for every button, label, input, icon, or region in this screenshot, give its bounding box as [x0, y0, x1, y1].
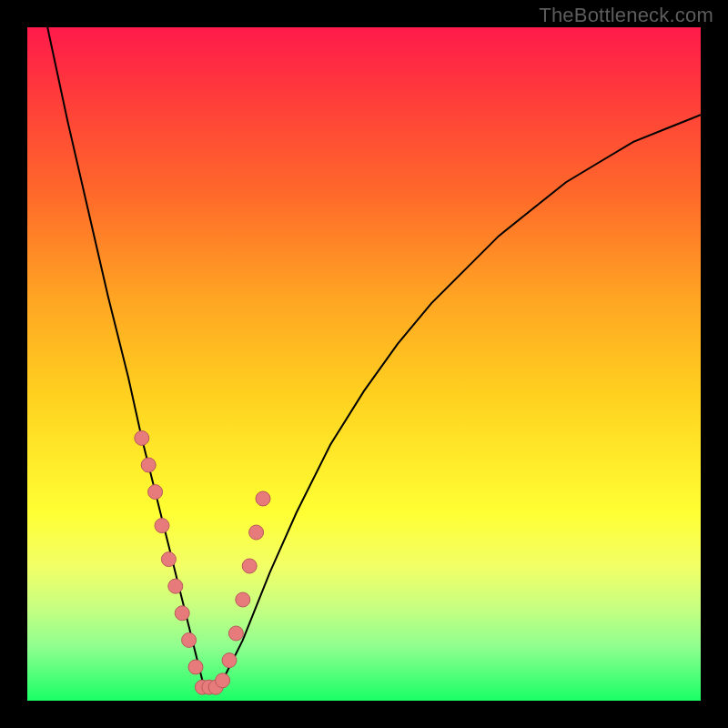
data-marker — [161, 552, 176, 567]
data-marker — [141, 458, 156, 472]
data-marker — [182, 632, 197, 647]
data-markers — [135, 430, 270, 694]
data-marker — [188, 660, 203, 674]
chart-container: TheBottleneck.com — [0, 0, 728, 728]
data-marker — [236, 592, 250, 607]
plot-area — [27, 27, 701, 701]
bottleneck-curve-path — [47, 27, 701, 687]
watermark-text: TheBottleneck.com — [539, 4, 713, 27]
data-marker — [175, 606, 189, 621]
data-marker — [168, 579, 183, 593]
data-marker — [148, 485, 163, 500]
data-marker — [135, 430, 149, 445]
data-marker — [249, 525, 264, 540]
data-marker — [228, 626, 243, 641]
v-curve — [47, 27, 701, 687]
data-marker — [242, 559, 257, 573]
chart-svg — [27, 27, 701, 701]
data-marker — [216, 673, 230, 688]
data-marker — [256, 491, 270, 506]
data-marker — [155, 519, 169, 533]
data-marker — [222, 653, 237, 668]
